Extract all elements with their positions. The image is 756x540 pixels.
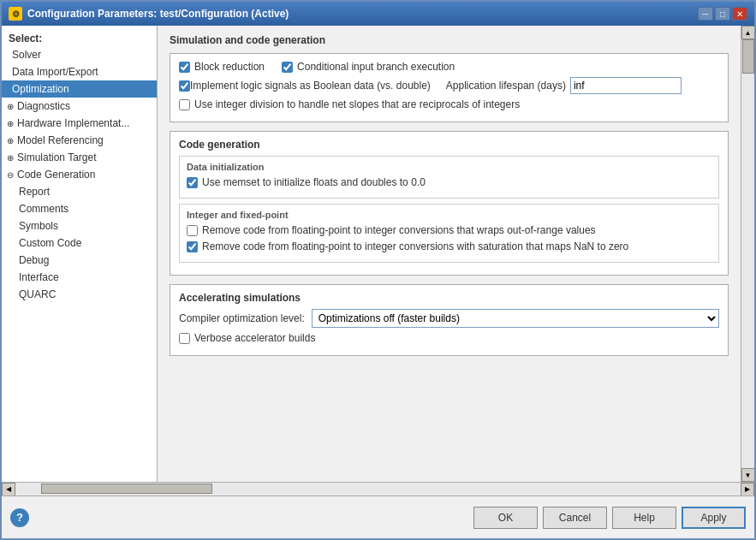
conditional-input-row: Conditional input branch execution: [282, 61, 455, 73]
block-reduction-label: Block reduction: [194, 61, 265, 73]
code-generation-box: Code generation Data initialization Use …: [170, 131, 729, 276]
sidebar-item-custom-code[interactable]: Custom Code: [2, 234, 157, 252]
sidebar-item-model-referencing[interactable]: ⊕ Model Referencing: [2, 132, 157, 149]
integer-division-checkbox[interactable]: [179, 99, 190, 110]
horizontal-scrollbar[interactable]: ◀ ▶: [2, 482, 754, 495]
block-reduction-row: Block reduction: [179, 61, 265, 73]
remove-sat-label: Remove code from floating-point to integ…: [202, 240, 628, 252]
bottom-right: OK Cancel Help Apply: [473, 507, 746, 529]
implement-logic-row: Implement logic signals as Boolean data …: [179, 77, 719, 94]
hscroll-left-arrow[interactable]: ◀: [2, 483, 15, 496]
content-area: Select: Solver Data Import/Export Optimi…: [2, 26, 754, 482]
sidebar-label-code-gen: Code Generation: [17, 169, 95, 181]
scroll-track[interactable]: [741, 39, 754, 468]
implement-logic-label: Implement logic signals as Boolean data …: [190, 80, 431, 92]
remove-sat-checkbox[interactable]: [187, 241, 198, 252]
bottom-left: ?: [10, 508, 29, 527]
title-bar: ⚙ Configuration Parameters: test/Configu…: [2, 2, 754, 26]
implement-logic-checkbox[interactable]: [179, 80, 190, 92]
main-panel: Simulation and code generation Block red…: [158, 26, 741, 482]
expand-icon-sim-target: ⊕: [5, 152, 15, 163]
data-init-box: Data initialization Use memset to initia…: [179, 156, 719, 199]
window-title: Configuration Parameters: test/Configura…: [27, 8, 289, 20]
bottom-bar: ? OK Cancel Help Apply: [2, 495, 754, 538]
expand-icon-hardware: ⊕: [5, 118, 15, 128]
vertical-scrollbar[interactable]: ▲ ▼: [741, 26, 754, 482]
remove-sat-row: Remove code from floating-point to integ…: [187, 240, 711, 252]
accel-title: Accelerating simulations: [179, 292, 719, 304]
sidebar-label-diagnostics: Diagnostics: [17, 100, 70, 112]
sidebar-item-symbols[interactable]: Symbols: [2, 217, 157, 234]
sidebar-item-optimization[interactable]: Optimization: [2, 80, 157, 98]
compiler-select[interactable]: Optimizations off (faster builds) Optimi…: [312, 309, 719, 328]
app-lifespan-input[interactable]: [570, 77, 682, 94]
row-block-conditional: Block reduction Conditional input branch…: [179, 61, 719, 73]
help-circle-button[interactable]: ?: [10, 508, 29, 527]
sidebar-item-code-generation[interactable]: ⊖ Code Generation: [2, 166, 157, 183]
sidebar-label-hardware: Hardware Implementat...: [17, 117, 129, 129]
hscroll-right-arrow[interactable]: ▶: [741, 483, 754, 496]
sidebar-item-hardware[interactable]: ⊕ Hardware Implementat...: [2, 115, 157, 132]
sidebar-item-debug[interactable]: Debug: [2, 252, 157, 269]
scroll-up-arrow[interactable]: ▲: [741, 26, 755, 39]
title-bar-left: ⚙ Configuration Parameters: test/Configu…: [9, 7, 289, 21]
verbose-row: Verbose accelerator builds: [179, 332, 719, 344]
expand-icon-model-ref: ⊕: [5, 135, 15, 145]
accel-box: Accelerating simulations Compiler optimi…: [170, 284, 729, 356]
main-window: ⚙ Configuration Parameters: test/Configu…: [0, 0, 756, 540]
apply-button[interactable]: Apply: [682, 507, 746, 529]
scroll-thumb[interactable]: [742, 39, 754, 74]
sidebar-label: Select:: [2, 29, 157, 46]
simulation-section-title: Simulation and code generation: [170, 34, 729, 46]
ok-button[interactable]: OK: [473, 507, 538, 529]
memset-row: Use memset to initialize floats and doub…: [187, 176, 711, 188]
memset-label: Use memset to initialize floats and doub…: [202, 176, 426, 188]
conditional-input-checkbox[interactable]: [282, 62, 293, 73]
sidebar-item-report[interactable]: Report: [2, 183, 157, 200]
sidebar-item-diagnostics[interactable]: ⊕ Diagnostics: [2, 98, 157, 115]
verbose-label: Verbose accelerator builds: [194, 332, 315, 344]
minimize-button[interactable]: ─: [698, 7, 713, 21]
remove-wrap-label: Remove code from floating-point to integ…: [202, 224, 596, 236]
memset-checkbox[interactable]: [187, 177, 198, 188]
sidebar-item-comments[interactable]: Comments: [2, 200, 157, 217]
integer-division-label: Use integer division to handle net slope…: [194, 98, 520, 110]
sidebar: Select: Solver Data Import/Export Optimi…: [2, 26, 158, 482]
verbose-checkbox[interactable]: [179, 333, 190, 344]
title-controls: ─ □ ✕: [698, 7, 747, 21]
maximize-button[interactable]: □: [715, 7, 730, 21]
sidebar-label-model-ref: Model Referencing: [17, 134, 104, 146]
sidebar-item-quarc[interactable]: QUARC: [2, 286, 157, 303]
scroll-down-arrow[interactable]: ▼: [741, 468, 755, 482]
hscroll-thumb[interactable]: [41, 484, 212, 494]
integer-division-row: Use integer division to handle net slope…: [179, 98, 719, 110]
sidebar-item-interface[interactable]: Interface: [2, 269, 157, 286]
compiler-row: Compiler optimization level: Optimizatio…: [179, 309, 719, 328]
expand-icon-code-gen: ⊖: [5, 169, 15, 180]
help-button[interactable]: Help: [612, 507, 676, 529]
sidebar-item-solver[interactable]: Solver: [2, 46, 157, 63]
sidebar-item-simulation-target[interactable]: ⊕ Simulation Target: [2, 149, 157, 166]
sidebar-item-data-import-export[interactable]: Data Import/Export: [2, 63, 157, 80]
close-button[interactable]: ✕: [732, 7, 747, 21]
sidebar-label-sim-target: Simulation Target: [17, 151, 97, 163]
integer-fixed-box: Integer and fixed-point Remove code from…: [179, 204, 719, 263]
remove-wrap-checkbox[interactable]: [187, 225, 198, 236]
expand-icon-diagnostics: ⊕: [5, 101, 15, 111]
integer-fixed-title: Integer and fixed-point: [187, 210, 711, 220]
remove-wrap-row: Remove code from floating-point to integ…: [187, 224, 711, 236]
hscroll-track[interactable]: [15, 483, 741, 495]
code-gen-title: Code generation: [179, 139, 719, 151]
simulation-options-box: Block reduction Conditional input branch…: [170, 53, 729, 122]
block-reduction-checkbox[interactable]: [179, 62, 190, 73]
conditional-input-label: Conditional input branch execution: [297, 61, 455, 73]
compiler-label: Compiler optimization level:: [179, 312, 305, 324]
cancel-button[interactable]: Cancel: [543, 507, 607, 529]
app-lifespan-label: Application lifespan (days): [446, 80, 566, 92]
data-init-title: Data initialization: [187, 162, 711, 172]
app-icon: ⚙: [9, 7, 22, 21]
